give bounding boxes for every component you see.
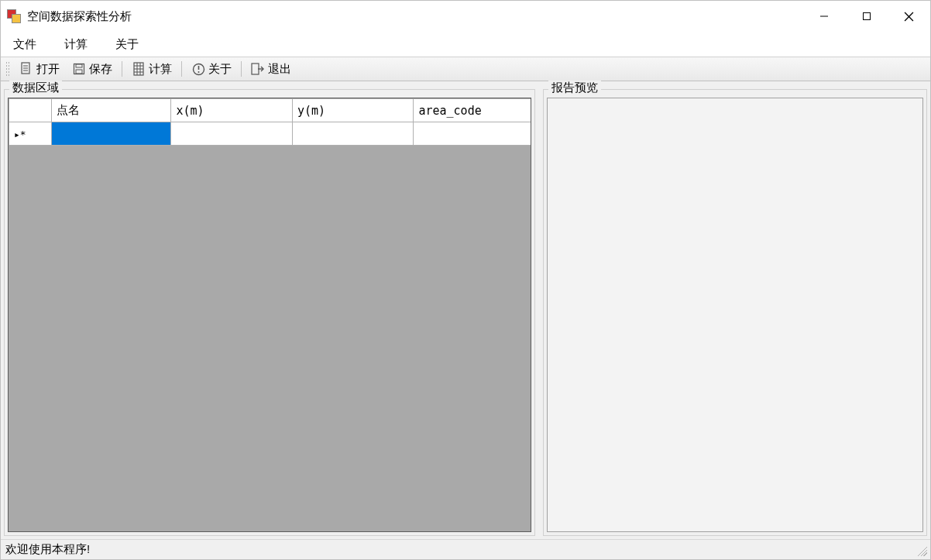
compute-label: 计算 xyxy=(149,62,172,77)
toolbar-grip xyxy=(5,61,10,77)
svg-rect-20 xyxy=(252,64,259,74)
window-title: 空间数据探索性分析 xyxy=(27,9,132,24)
save-label: 保存 xyxy=(89,62,112,77)
menubar: 文件 计算 关于 xyxy=(1,32,930,57)
titlebar: 空间数据探索性分析 xyxy=(1,1,930,32)
menu-compute[interactable]: 计算 xyxy=(60,34,92,55)
row-header-new[interactable]: ▸* xyxy=(9,122,52,146)
new-row-glyph: ▸* xyxy=(14,129,26,140)
svg-rect-1 xyxy=(863,13,870,20)
datagrid-container: 点名 x(m) y(m) area_code ▸* xyxy=(8,98,531,532)
datagrid[interactable]: 点名 x(m) y(m) area_code ▸* xyxy=(9,98,531,146)
window-controls xyxy=(802,1,930,32)
report-preview-label: 报告预览 xyxy=(548,81,601,95)
cell-point-name[interactable] xyxy=(51,122,171,146)
svg-rect-8 xyxy=(74,64,84,74)
exit-icon xyxy=(251,62,265,76)
main-area: 数据区域 点名 x(m) y(m) area_code xyxy=(1,81,930,539)
close-icon xyxy=(904,12,914,22)
data-area-label: 数据区域 xyxy=(9,81,62,95)
exit-button[interactable]: 退出 xyxy=(246,60,296,78)
open-button[interactable]: 打开 xyxy=(15,60,64,78)
compute-button[interactable]: 计算 xyxy=(127,60,177,78)
cell-y[interactable] xyxy=(292,122,414,146)
open-icon xyxy=(19,62,33,76)
data-area-inner: 点名 x(m) y(m) area_code ▸* xyxy=(8,98,531,532)
menu-about[interactable]: 关于 xyxy=(111,34,143,55)
save-icon xyxy=(72,62,86,76)
report-preview-groupbox: 报告预览 xyxy=(543,89,927,536)
cell-x[interactable] xyxy=(171,122,293,146)
svg-rect-10 xyxy=(76,70,82,74)
statusbar: 欢迎使用本程序! xyxy=(1,539,930,559)
save-button[interactable]: 保存 xyxy=(67,60,117,78)
app-window: 空间数据探索性分析 文件 计算 关于 打开 xyxy=(0,0,931,560)
column-header-area-code[interactable]: area_code xyxy=(414,99,531,122)
report-preview-inner xyxy=(547,98,923,532)
about-label: 关于 xyxy=(208,62,232,77)
toolbar-separator xyxy=(241,61,242,77)
about-button[interactable]: 关于 xyxy=(187,60,236,78)
menu-file[interactable]: 文件 xyxy=(9,34,41,55)
compute-icon xyxy=(132,62,146,76)
minimize-button[interactable] xyxy=(802,1,845,32)
titlebar-left: 空间数据探索性分析 xyxy=(7,9,132,24)
data-area-groupbox: 数据区域 点名 x(m) y(m) area_code xyxy=(4,89,535,536)
datagrid-header-row: 点名 x(m) y(m) area_code xyxy=(9,99,532,122)
minimize-icon xyxy=(819,12,829,21)
report-preview-panel[interactable] xyxy=(547,98,923,532)
close-button[interactable] xyxy=(888,1,930,32)
column-header-y[interactable]: y(m) xyxy=(292,99,414,122)
status-message: 欢迎使用本程序! xyxy=(5,542,90,557)
toolbar: 打开 保存 计算 关于 退出 xyxy=(1,57,930,81)
column-header-x[interactable]: x(m) xyxy=(171,99,293,122)
datagrid-corner[interactable] xyxy=(9,99,52,122)
open-label: 打开 xyxy=(36,62,60,77)
column-header-point-name[interactable]: 点名 xyxy=(51,99,171,122)
toolbar-separator xyxy=(181,61,182,77)
exit-label: 退出 xyxy=(268,62,291,77)
app-icon xyxy=(7,9,21,23)
maximize-button[interactable] xyxy=(845,1,888,32)
maximize-icon xyxy=(862,12,871,21)
svg-point-19 xyxy=(198,71,199,73)
about-icon xyxy=(191,62,205,76)
datagrid-new-row[interactable]: ▸* xyxy=(9,122,532,146)
svg-rect-9 xyxy=(76,64,82,67)
size-grip[interactable] xyxy=(915,544,927,556)
cell-area-code[interactable] xyxy=(414,122,531,146)
toolbar-separator xyxy=(122,61,122,77)
